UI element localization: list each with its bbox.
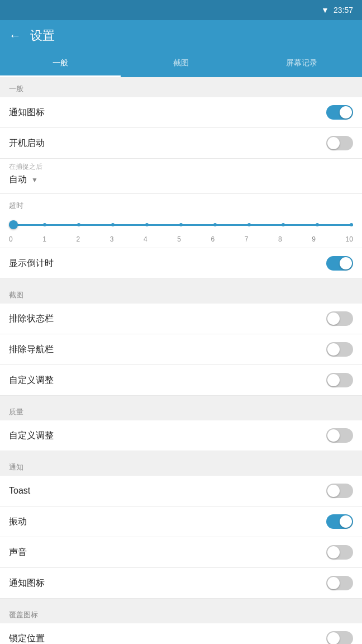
slider-label: 超时	[9, 201, 353, 211]
section-header-quality: 质量	[0, 400, 362, 420]
toolbar: ← 设置	[0, 20, 362, 51]
dropdown-arrow-icon: ▼	[31, 176, 38, 184]
back-button[interactable]: ←	[9, 29, 21, 43]
slider-track	[9, 224, 353, 226]
slider-label-1: 1	[42, 235, 46, 243]
label-vibrate: 振动	[9, 516, 27, 528]
row-toast: Toast	[0, 476, 362, 506]
toggle-knob-statusbar	[327, 312, 340, 325]
label-exclude-statusbar: 排除状态栏	[9, 313, 54, 325]
toggle-notif-icon[interactable]	[326, 576, 353, 590]
divider-2	[0, 396, 362, 400]
slider-dot	[145, 223, 149, 226]
row-sound: 声音	[0, 537, 362, 568]
slider-dot	[179, 223, 183, 226]
label-notification-icon: 通知图标	[9, 107, 45, 119]
section-header-overlay: 覆盖图标	[0, 603, 362, 623]
toggle-knob-vibrate	[340, 515, 352, 528]
slider-thumb[interactable]	[9, 220, 18, 229]
toggle-sound[interactable]	[326, 545, 353, 560]
slider-dot	[77, 223, 80, 226]
status-bar-icons: ▼ 23:57	[321, 6, 353, 15]
toggle-lock-position[interactable]	[326, 631, 353, 644]
label-notif-icon: 通知图标	[9, 577, 45, 589]
slider-label-5: 5	[177, 235, 181, 243]
tab-general[interactable]: 一般	[0, 51, 121, 77]
section-header-general: 一般	[0, 77, 362, 97]
after-capture-sublabel: 在捕捉之后	[9, 162, 353, 172]
status-bar: ▼ 23:57	[0, 0, 362, 20]
toggle-knob-navbar	[327, 343, 340, 356]
label-custom-adjust-screenshot: 自定义调整	[9, 375, 54, 386]
slider-label-9: 9	[312, 235, 316, 243]
row-quality-custom-adjust: 自定义调整	[0, 420, 362, 451]
label-show-countdown: 显示倒计时	[9, 258, 54, 269]
label-toast: Toast	[9, 486, 30, 496]
row-notification-icon: 通知图标	[0, 97, 362, 128]
toggle-exclude-statusbar[interactable]	[326, 311, 353, 326]
slider-section: 超时 0 1	[0, 194, 362, 248]
slider-label-0: 0	[9, 235, 13, 243]
slider-label-3: 3	[110, 235, 114, 243]
slider-dot	[213, 223, 217, 226]
slider-label-8: 8	[278, 235, 282, 243]
toggle-knob-quality	[327, 429, 340, 442]
tab-screen-record[interactable]: 屏幕记录	[241, 51, 362, 77]
row-boot-start: 开机启动	[0, 128, 362, 159]
toggle-notification-icon[interactable]	[326, 105, 353, 120]
row-exclude-navbar: 排除导航栏	[0, 334, 362, 365]
row-exclude-statusbar: 排除状态栏	[0, 304, 362, 334]
label-exclude-navbar: 排除导航栏	[9, 344, 54, 356]
toggle-knob-custom-adj	[327, 374, 340, 386]
row-after-capture[interactable]: 在捕捉之后 自动 ▼	[0, 159, 362, 194]
divider-1	[0, 279, 362, 283]
toggle-knob-sound	[327, 546, 340, 558]
slider-container[interactable]	[9, 216, 353, 233]
slider-label-6: 6	[211, 235, 215, 243]
row-custom-adjust-screenshot: 自定义调整	[0, 365, 362, 396]
slider-label-7: 7	[245, 235, 249, 243]
label-sound: 声音	[9, 547, 27, 558]
toggle-vibrate[interactable]	[326, 514, 353, 529]
divider-3	[0, 451, 362, 456]
slider-labels: 0 1 2 3 4 5 6 7 8 9 10	[9, 235, 353, 243]
toggle-knob-boot	[327, 137, 340, 149]
tabs: 一般 截图 屏幕记录	[0, 51, 362, 77]
label-lock-position: 锁定位置	[9, 633, 45, 645]
toggle-toast[interactable]	[326, 484, 353, 498]
section-header-notification: 通知	[0, 456, 362, 476]
divider-4	[0, 599, 362, 603]
toggle-boot-start[interactable]	[326, 136, 353, 150]
time: 23:57	[334, 6, 353, 15]
slider-dot	[350, 223, 353, 226]
page-title: 设置	[30, 27, 55, 44]
slider-dot	[111, 223, 115, 226]
toggle-custom-adjust-screenshot[interactable]	[326, 373, 353, 387]
slider-dot	[316, 223, 319, 226]
slider-dots	[9, 223, 353, 226]
toggle-quality-custom-adjust[interactable]	[326, 428, 353, 443]
after-capture-value[interactable]: 自动 ▼	[9, 174, 353, 186]
toggle-knob-toast	[327, 485, 340, 497]
row-vibrate: 振动	[0, 506, 362, 537]
content-area: 一般 通知图标 开机启动 在捕捉之后 自动 ▼ 超时	[0, 77, 362, 644]
toggle-knob-countdown	[340, 257, 352, 269]
row-notif-icon: 通知图标	[0, 568, 362, 599]
row-show-countdown: 显示倒计时	[0, 248, 362, 279]
wifi-icon: ▼	[321, 6, 329, 15]
slider-dot	[43, 223, 46, 226]
slider-label-2: 2	[77, 235, 80, 243]
slider-label-10: 10	[346, 235, 353, 243]
toggle-exclude-navbar[interactable]	[326, 342, 353, 357]
slider-dot	[282, 223, 285, 226]
toggle-show-countdown[interactable]	[326, 256, 353, 271]
toggle-knob-notif-icon	[327, 577, 340, 589]
row-lock-position: 锁定位置	[0, 623, 362, 644]
slider-dot	[247, 223, 251, 226]
tab-screenshot[interactable]: 截图	[121, 51, 241, 77]
label-quality-custom-adjust: 自定义调整	[9, 430, 54, 442]
slider-label-4: 4	[144, 235, 147, 243]
toggle-knob	[340, 106, 352, 119]
toggle-knob-lock	[327, 632, 340, 644]
section-header-screenshot: 截图	[0, 283, 362, 304]
